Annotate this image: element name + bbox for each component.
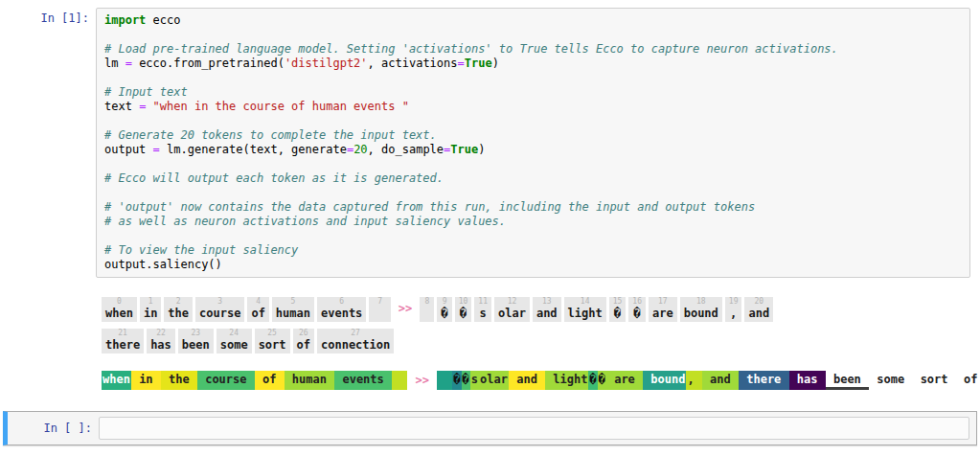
saliency-token[interactable]: of (956, 371, 980, 390)
saliency-token[interactable]: s (470, 371, 479, 390)
token-box[interactable]: 23been (178, 329, 214, 353)
token-text: � (441, 307, 447, 320)
token-box[interactable]: 13and (533, 297, 561, 322)
token-box[interactable]: 9� (437, 297, 451, 322)
token-box[interactable]: 27connection (317, 329, 394, 353)
saliency-token[interactable]: and (702, 371, 739, 390)
token-index: 7 (373, 297, 386, 307)
code-line: # Input text (104, 85, 962, 100)
token-index: 27 (321, 329, 390, 338)
saliency-token[interactable]: � (462, 371, 470, 390)
token-box[interactable]: 24some (217, 329, 252, 353)
token-index: 20 (748, 297, 769, 307)
token-box[interactable]: 4of (247, 297, 268, 322)
saliency-token[interactable]: events (334, 371, 392, 390)
code-line: output = lm.generate(text, generate=20, … (104, 143, 962, 157)
token-index: 11 (478, 297, 488, 307)
token-index: 0 (105, 297, 133, 307)
input-prompt-1: In [1]: (0, 8, 96, 26)
token-box[interactable]: 17are (649, 297, 677, 322)
token-box[interactable]: 7 (369, 297, 390, 322)
token-index: 13 (536, 297, 558, 307)
code-line (104, 114, 962, 128)
token-index: 16 (632, 297, 642, 307)
token-text: and (748, 307, 769, 320)
token-index: 1 (144, 297, 157, 307)
token-text: human (276, 307, 310, 320)
token-index: 18 (684, 297, 718, 307)
saliency-token[interactable]: been (826, 371, 869, 390)
saliency-token[interactable]: has (789, 371, 826, 390)
token-index: 23 (182, 329, 210, 338)
saliency-token[interactable]: � (452, 371, 461, 390)
token-box[interactable]: 0when (102, 297, 137, 322)
token-box[interactable]: 5human (272, 297, 314, 322)
token-index: 5 (276, 297, 310, 307)
token-box[interactable]: 25sort (255, 329, 290, 353)
saliency-token[interactable]: light (545, 371, 588, 390)
saliency-token[interactable] (437, 371, 452, 390)
code-line: lm = ecco.from_pretrained('distilgpt2', … (104, 57, 962, 71)
saliency-token[interactable]: the (161, 371, 197, 390)
saliency-token[interactable]: olar (479, 371, 509, 390)
token-box[interactable]: 12olar (494, 297, 530, 322)
code-line: # To view the input saliency (104, 243, 962, 258)
generation-arrow-icon: >> (415, 374, 428, 387)
saliency-token[interactable]: bound (643, 371, 686, 390)
code-cell-2-selected[interactable]: In [ ]: (3, 411, 977, 445)
token-box[interactable]: 19, (725, 297, 742, 322)
token-box[interactable]: 8 (420, 297, 434, 322)
code-line (104, 71, 962, 85)
saliency-token[interactable]: � (588, 371, 597, 390)
token-row: 0when1in2the3course4of5human6events7 >>8… (102, 297, 970, 322)
saliency-token[interactable]: some (869, 371, 912, 390)
token-box[interactable]: 20and (744, 297, 773, 322)
saliency-token[interactable]: course (197, 371, 255, 390)
token-text: the (168, 307, 189, 320)
saliency-token[interactable]: � (598, 371, 606, 390)
token-index: 2 (168, 297, 189, 307)
saliency-token[interactable] (392, 371, 407, 390)
token-text (373, 307, 386, 320)
notebook: In [1]: import ecco # Load pre-trained l… (0, 8, 980, 445)
empty-code-input[interactable] (99, 417, 969, 440)
token-box[interactable]: 18bound (680, 297, 722, 322)
code-line (104, 28, 962, 42)
token-box[interactable]: 3course (195, 297, 244, 322)
saliency-token[interactable]: , (686, 371, 701, 390)
token-text: connection (321, 338, 390, 352)
token-text: when (105, 307, 133, 320)
saliency-token[interactable]: and (509, 371, 545, 390)
token-box[interactable]: 6events (317, 297, 366, 322)
saliency-token[interactable]: human (285, 371, 335, 390)
token-box[interactable]: 16� (628, 297, 646, 322)
saliency-token[interactable]: in (131, 371, 161, 390)
token-text: olar (498, 307, 526, 320)
token-index: 26 (297, 329, 310, 338)
token-box[interactable]: 10� (455, 297, 472, 322)
token-text: and (536, 307, 558, 320)
saliency-token[interactable]: of (255, 371, 285, 390)
saliency-token[interactable]: there (739, 371, 789, 390)
token-box[interactable]: 26of (293, 329, 314, 353)
token-box[interactable]: 15� (609, 297, 627, 322)
code-line: # Generate 20 tokens to complete the inp… (104, 128, 962, 143)
saliency-token[interactable]: are (606, 371, 643, 390)
token-text (423, 307, 430, 320)
token-text: in (144, 307, 157, 320)
token-text: sort (259, 338, 286, 352)
token-index: 21 (105, 329, 140, 338)
code-editor[interactable]: import ecco # Load pre-trained language … (96, 8, 970, 278)
saliency-token[interactable]: sort (912, 371, 955, 390)
token-box[interactable]: 2the (164, 297, 193, 322)
token-index: 25 (259, 329, 286, 338)
token-box[interactable]: 22has (147, 329, 175, 353)
saliency-token[interactable]: when (102, 371, 131, 390)
token-text: course (199, 307, 240, 320)
token-box[interactable]: 14light (564, 297, 606, 322)
token-box[interactable]: 21there (102, 329, 144, 353)
code-line: output.saliency() (104, 258, 962, 272)
token-text: s (478, 307, 488, 320)
token-box[interactable]: 11s (474, 297, 491, 322)
token-box[interactable]: 1in (140, 297, 161, 322)
